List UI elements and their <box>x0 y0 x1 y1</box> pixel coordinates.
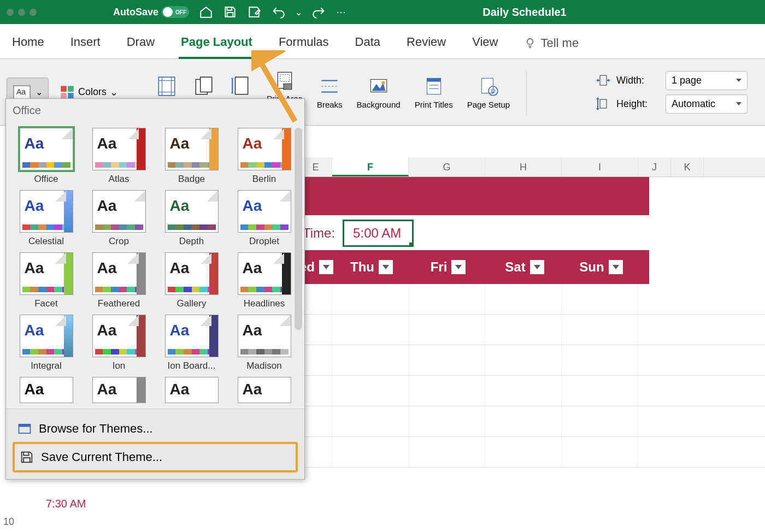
grid-row[interactable] <box>299 376 765 406</box>
svg-point-25 <box>381 81 385 85</box>
tab-insert[interactable]: Insert <box>68 31 103 58</box>
tab-page-layout[interactable]: Page Layout <box>179 31 255 59</box>
scrollbar[interactable] <box>295 128 302 330</box>
close-window-button[interactable] <box>7 9 14 16</box>
tab-draw[interactable]: Draw <box>125 31 157 58</box>
theme-office[interactable]: AaOffice <box>13 128 80 185</box>
col-header-j[interactable]: J <box>638 157 671 176</box>
filter-dropdown-icon[interactable] <box>451 260 466 274</box>
background-button[interactable]: Background <box>352 73 405 111</box>
margins-icon <box>155 75 178 98</box>
svg-marker-41 <box>596 108 599 110</box>
save-icon[interactable] <box>223 5 237 19</box>
svg-rect-27 <box>427 78 440 81</box>
grid-row[interactable] <box>299 437 765 468</box>
theme-madison[interactable]: AaMadison <box>231 315 298 371</box>
quick-access-toolbar: ⌄ ⋯ <box>199 5 346 19</box>
home-icon[interactable] <box>199 5 213 19</box>
browse-themes-action[interactable]: Browse for Themes... <box>13 416 298 442</box>
undo-icon[interactable] <box>271 5 285 19</box>
filter-dropdown-icon[interactable] <box>530 260 544 274</box>
autosave-label: AutoSave <box>113 7 158 18</box>
breaks-button[interactable]: Breaks <box>313 73 347 111</box>
filter-dropdown-icon[interactable] <box>379 260 393 274</box>
day-thu[interactable]: Thu <box>333 250 410 284</box>
minimize-window-button[interactable] <box>18 9 25 16</box>
tab-data[interactable]: Data <box>353 31 382 58</box>
redo-icon[interactable] <box>312 5 326 19</box>
grid-row[interactable] <box>299 406 765 437</box>
svg-rect-38 <box>600 99 607 108</box>
tab-review[interactable]: Review <box>404 31 448 58</box>
grid-row[interactable] <box>299 315 765 345</box>
tab-view[interactable]: View <box>470 31 500 58</box>
grid-row[interactable] <box>299 284 765 315</box>
tab-formulas[interactable]: Formulas <box>276 31 331 58</box>
colors-icon <box>60 85 75 100</box>
theme-badge[interactable]: AaBadge <box>158 128 225 185</box>
autosave-toggle[interactable]: AutoSave OFF <box>113 6 189 18</box>
height-select[interactable]: Automatic <box>666 94 748 114</box>
save-theme-action[interactable]: Save Current Theme... <box>13 442 298 472</box>
theme-integral[interactable]: AaIntegral <box>13 315 80 371</box>
dropdown-header: Office <box>6 99 304 122</box>
maximize-window-button[interactable] <box>30 9 37 16</box>
time-label: Time: <box>303 226 335 241</box>
theme-ion[interactable]: AaIon <box>85 315 152 371</box>
time-row: Time: 5:00 AM <box>299 216 765 250</box>
svg-text:Aa: Aa <box>16 87 26 96</box>
dropdown-footer: Browse for Themes... Save Current Theme.… <box>6 409 304 479</box>
days-row: ed Thu Fri Sat Sun <box>299 250 649 284</box>
active-cell[interactable]: 5:00 AM <box>343 220 414 247</box>
svg-rect-6 <box>158 77 174 96</box>
tab-home[interactable]: Home <box>10 31 46 58</box>
height-label: Height: <box>616 98 660 110</box>
col-header-h[interactable]: H <box>485 157 562 176</box>
day-sun[interactable]: Sun <box>563 250 639 284</box>
grid-row[interactable] <box>299 345 765 376</box>
theme-partial-1[interactable]: Aa <box>85 377 152 403</box>
ribbon-tabs: Home Insert Draw Page Layout Formulas Da… <box>0 24 765 59</box>
themes-dropdown: Office AaOffice AaAtlas AaBadge AaBerlin… <box>5 98 305 480</box>
theme-gallery[interactable]: AaGallery <box>158 252 225 309</box>
col-header-i[interactable]: I <box>562 157 638 176</box>
filter-dropdown-icon[interactable] <box>609 260 623 274</box>
toggle-switch[interactable]: OFF <box>162 6 189 18</box>
svg-rect-3 <box>68 86 74 92</box>
theme-partial-0[interactable]: Aa <box>13 377 80 403</box>
svg-marker-35 <box>597 79 598 82</box>
svg-rect-4 <box>61 93 67 99</box>
theme-crop[interactable]: AaCrop <box>85 190 152 247</box>
theme-headlines[interactable]: AaHeadlines <box>231 252 298 309</box>
theme-partial-2[interactable]: Aa <box>158 377 225 403</box>
day-sat[interactable]: Sat <box>486 250 563 284</box>
filter-dropdown-icon[interactable] <box>319 260 333 274</box>
page-setup-button[interactable]: Page Setup <box>463 73 514 111</box>
theme-feathered[interactable]: AaFeathered <box>85 252 152 309</box>
theme-berlin[interactable]: AaBerlin <box>231 128 298 185</box>
row-number: 10 <box>3 516 14 528</box>
undo-dropdown-icon[interactable]: ⌄ <box>295 7 302 17</box>
grid-rows <box>299 284 765 468</box>
width-select[interactable]: 1 page <box>666 71 748 90</box>
height-icon <box>596 96 611 111</box>
theme-ion-boardroom[interactable]: AaIon Board... <box>158 315 225 371</box>
print-area-icon <box>273 69 296 92</box>
print-titles-button[interactable]: Print Titles <box>410 73 457 111</box>
theme-droplet[interactable]: AaDroplet <box>231 190 298 247</box>
theme-depth[interactable]: AaDepth <box>158 190 225 247</box>
tell-me-search[interactable]: Tell me <box>522 31 581 58</box>
theme-facet[interactable]: AaFacet <box>13 252 80 309</box>
width-label: Width: <box>616 75 660 86</box>
save-as-icon[interactable] <box>247 5 261 19</box>
theme-celestial[interactable]: AaCelestial <box>13 190 80 247</box>
theme-atlas[interactable]: AaAtlas <box>85 128 152 185</box>
col-header-f[interactable]: F <box>332 157 409 176</box>
col-header-g[interactable]: G <box>409 157 485 176</box>
col-header-k[interactable]: K <box>671 157 704 176</box>
chevron-down-icon: ⌄ <box>36 87 43 97</box>
lightbulb-icon <box>524 37 536 49</box>
theme-partial-3[interactable]: Aa <box>231 377 298 403</box>
more-icon[interactable]: ⋯ <box>336 6 346 18</box>
day-fri[interactable]: Fri <box>410 250 486 284</box>
